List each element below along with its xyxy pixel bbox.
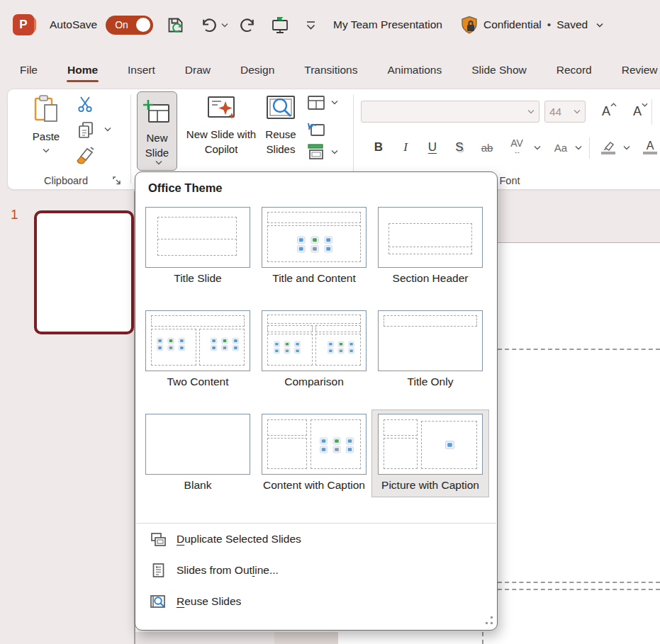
autosave-toggle[interactable]: On: [106, 16, 153, 35]
new-slide-layout-menu: Office Theme Title Slide Title and Conte…: [135, 171, 498, 631]
section-icon[interactable]: [307, 143, 325, 160]
shrink-font-button[interactable]: A: [626, 99, 649, 123]
new-slide-icon: [142, 98, 172, 126]
font-name-chevron-icon: [527, 109, 535, 114]
font-name-combo[interactable]: [361, 101, 539, 123]
clear-formatting-button[interactable]: A: [656, 99, 660, 123]
layout-content-with-caption[interactable]: Content with Caption: [256, 410, 372, 497]
tab-home[interactable]: Home: [67, 60, 99, 81]
paste-button[interactable]: Paste: [22, 94, 70, 153]
change-case-button[interactable]: Aa: [548, 135, 574, 159]
new-slide-button[interactable]: New Slide: [137, 91, 177, 171]
font-size-combo[interactable]: 44: [544, 101, 586, 123]
slide-1-thumbnail[interactable]: [34, 210, 134, 334]
powerpoint-app: { "colors": { "accent_red": "#b5401f", "…: [0, 0, 660, 644]
autosave-state: On: [115, 19, 128, 30]
case-chevron-icon[interactable]: [575, 145, 582, 150]
layout-section-header[interactable]: Section Header: [372, 203, 488, 290]
layout-title-slide[interactable]: Title Slide: [140, 203, 256, 290]
new-slide-chevron-icon: [155, 160, 162, 165]
tab-design[interactable]: Design: [240, 60, 275, 81]
cut-icon[interactable]: [76, 95, 94, 113]
reuse-slides-icon: [264, 91, 298, 123]
font-size-value: 44: [549, 106, 561, 118]
highlight-color-button[interactable]: [596, 135, 620, 159]
undo-dropdown-chevron-icon[interactable]: [221, 23, 228, 28]
italic-button[interactable]: I: [395, 135, 416, 159]
undo-button[interactable]: [199, 16, 217, 34]
tab-insert[interactable]: Insert: [127, 60, 156, 81]
highlight-chevron-icon[interactable]: [623, 145, 630, 150]
copy-icon[interactable]: [76, 120, 96, 140]
layout-title-and-content[interactable]: Title and Content: [256, 203, 372, 290]
placeholder-border: [498, 349, 660, 350]
placeholder-border: [498, 582, 660, 583]
layout-title-only[interactable]: Title Only: [372, 307, 488, 393]
tab-animations[interactable]: Animations: [386, 60, 442, 81]
sensitivity-label[interactable]: Confidential: [483, 18, 542, 31]
group-divider: [130, 95, 131, 183]
ribbon-tab-bar: File Home Insert Draw Design Transitions…: [0, 55, 660, 85]
title-bar: P AutoSave On My Team Presentation Confi…: [0, 0, 660, 50]
format-painter-icon[interactable]: [75, 146, 96, 166]
workspace-strip: [135, 632, 274, 644]
layout-thumbnail: [262, 310, 367, 371]
menu-resize-grip[interactable]: [483, 616, 493, 626]
font-color-button[interactable]: A: [639, 135, 660, 159]
slide-layout-icon[interactable]: [307, 95, 325, 111]
layout-two-content[interactable]: Two Content: [140, 307, 256, 393]
bold-button[interactable]: B: [368, 135, 389, 159]
reset-slide-icon[interactable]: [307, 120, 325, 137]
menu-item-reuse-slides[interactable]: Reuse Slides: [135, 586, 497, 617]
tab-record[interactable]: Record: [556, 60, 593, 81]
copy-chevron-icon[interactable]: [104, 127, 111, 132]
paste-chevron-icon: [43, 148, 50, 153]
font-size-chevron-icon: [574, 109, 581, 114]
save-icon[interactable]: [166, 16, 185, 35]
workspace-strip: [274, 632, 338, 644]
paste-label: Paste: [33, 129, 60, 144]
start-slideshow-icon[interactable]: [270, 15, 290, 35]
layout-blank[interactable]: Blank: [140, 410, 256, 497]
layout-comparison[interactable]: Comparison: [256, 307, 372, 393]
sensitivity-shield-icon: [461, 16, 478, 35]
reuse-slides-small-icon: [150, 594, 167, 609]
layout-theme-header: Office Theme: [148, 181, 497, 195]
layout-thumbnail: [262, 414, 367, 475]
customize-toolbar-icon[interactable]: [306, 21, 316, 30]
placeholder-border: [498, 589, 660, 590]
layout-thumbnail: [378, 207, 483, 268]
layout-picture-with-caption[interactable]: Picture with Caption: [372, 410, 488, 497]
spacing-chevron-icon[interactable]: [534, 145, 541, 150]
character-spacing-button[interactable]: AV↔: [504, 135, 530, 159]
tab-file[interactable]: File: [19, 60, 38, 81]
placeholder-border: [482, 632, 483, 644]
group-divider: [651, 99, 652, 125]
menu-item-duplicate-selected-slides[interactable]: Duplicate Selected Slides: [135, 524, 497, 555]
strikethrough-button[interactable]: ab: [474, 135, 500, 159]
section-chevron-icon[interactable]: [331, 149, 338, 154]
group-divider: [589, 137, 590, 159]
powerpoint-logo-icon[interactable]: P: [13, 14, 34, 35]
layout-chevron-icon[interactable]: [331, 100, 338, 105]
tab-slide-show[interactable]: Slide Show: [471, 60, 527, 81]
tab-transitions[interactable]: Transitions: [303, 60, 358, 81]
new-slide-with-copilot-button[interactable]: New Slide with Copilot: [184, 91, 259, 157]
clipboard-dialog-launcher-icon[interactable]: [112, 176, 122, 186]
document-title[interactable]: My Team Presentation: [333, 18, 442, 31]
text-shadow-button[interactable]: S: [449, 135, 470, 159]
layout-thumbnail: [262, 207, 367, 268]
layout-thumbnail: [145, 207, 250, 268]
title-chevron-down-icon[interactable]: [596, 23, 603, 28]
underline-button[interactable]: U: [422, 135, 443, 159]
autosave-label: AutoSave: [50, 18, 97, 31]
tab-review[interactable]: Review: [621, 60, 659, 81]
tab-draw[interactable]: Draw: [184, 60, 211, 81]
layout-thumbnail: [378, 414, 483, 475]
redo-button[interactable]: [240, 16, 257, 34]
grow-font-button[interactable]: A: [595, 99, 617, 123]
toggle-knob: [136, 18, 150, 32]
quick-access-toolbar: [153, 15, 316, 35]
menu-item-slides-from-outline[interactable]: Slides from Outline...: [135, 555, 497, 586]
reuse-slides-button[interactable]: Reuse Slides: [257, 91, 304, 157]
